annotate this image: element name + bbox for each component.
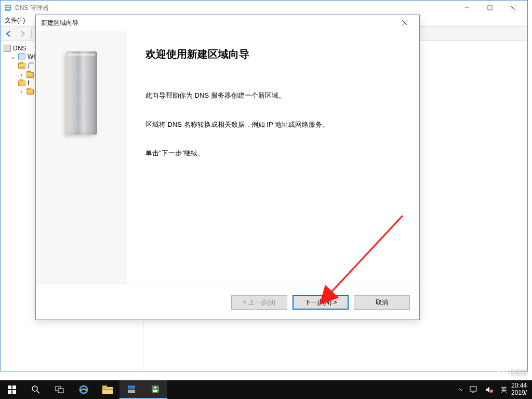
window-titlebar[interactable]: DNS 管理器 xyxy=(1,1,527,15)
explorer-icon[interactable] xyxy=(96,380,119,399)
svg-rect-28 xyxy=(153,390,157,392)
svg-rect-14 xyxy=(8,390,11,394)
window-title: DNS 管理器 xyxy=(15,4,49,12)
dialog-titlebar[interactable]: 新建区域向导 xyxy=(36,15,419,31)
svg-rect-15 xyxy=(12,390,16,394)
svg-point-16 xyxy=(32,386,37,391)
svg-rect-0 xyxy=(5,5,11,11)
ie-icon[interactable] xyxy=(72,380,96,399)
wizard-paragraph: 区域将 DNS 名称转换成相关数据，例如 IP 地址或网络服务。 xyxy=(145,119,401,130)
wizard-heading: 欢迎使用新建区域向导 xyxy=(145,47,401,61)
svg-rect-2 xyxy=(6,8,10,9)
menu-file[interactable]: 文件(F) xyxy=(5,16,25,25)
svg-rect-22 xyxy=(102,385,107,388)
task-view-button[interactable] xyxy=(48,380,72,399)
folder-icon xyxy=(18,81,25,86)
ime-indicator[interactable]: 英 xyxy=(501,385,507,394)
dns-icon xyxy=(4,45,11,52)
svg-rect-25 xyxy=(128,390,135,393)
svg-rect-19 xyxy=(58,389,63,393)
svg-line-17 xyxy=(37,391,39,393)
new-zone-wizard-dialog: 新建区域向导 欢迎使用新建区域向导 此向导帮助你为 DNS 服务器创建一个新区域… xyxy=(35,15,420,320)
watermark: 亿速云 xyxy=(496,368,528,377)
close-button[interactable] xyxy=(501,1,524,15)
expand-icon[interactable]: › xyxy=(18,88,24,95)
wizard-paragraph: 此向导帮助你为 DNS 服务器创建一个新区域。 xyxy=(145,90,401,101)
svg-rect-13 xyxy=(12,385,16,389)
nav-back-button[interactable] xyxy=(3,28,15,39)
network-icon[interactable] xyxy=(470,386,478,393)
server-icon xyxy=(18,53,25,60)
svg-rect-24 xyxy=(128,385,135,389)
maximize-button[interactable] xyxy=(478,1,501,15)
system-tray[interactable]: 英 xyxy=(457,385,511,394)
folder-icon xyxy=(18,63,25,69)
taskbar[interactable]: 英 20:44 2019/ xyxy=(0,380,532,399)
svg-rect-4 xyxy=(488,6,492,10)
dialog-title: 新建区域向导 xyxy=(41,19,78,28)
svg-rect-12 xyxy=(8,385,11,389)
dialog-close-button[interactable] xyxy=(395,15,414,31)
wizard-footer: < 上一步(B) 下一步(N) > 取消 xyxy=(36,284,419,321)
cancel-button[interactable]: 取消 xyxy=(354,295,410,310)
collapse-icon[interactable]: ⌄ xyxy=(10,53,16,60)
svg-rect-1 xyxy=(6,6,10,7)
clock[interactable]: 20:44 2019/ xyxy=(511,382,532,397)
next-button[interactable]: 下一步(N) > xyxy=(292,295,349,310)
tray-chevron-icon[interactable] xyxy=(457,387,462,392)
svg-point-27 xyxy=(154,387,156,389)
dns-manager-task-icon[interactable] xyxy=(143,380,167,399)
nav-forward-button[interactable] xyxy=(16,28,29,39)
folder-icon xyxy=(26,89,34,95)
svg-rect-29 xyxy=(470,387,476,391)
wizard-image-panel xyxy=(36,31,127,284)
wizard-text-panel: 欢迎使用新建区域向导 此向导帮助你为 DNS 服务器创建一个新区域。 区域将 D… xyxy=(127,31,419,284)
svg-rect-23 xyxy=(102,389,113,390)
server-illustration xyxy=(66,51,97,135)
back-button: < 上一步(B) xyxy=(231,295,287,310)
app-icon xyxy=(4,4,12,12)
volume-icon[interactable] xyxy=(485,386,494,393)
wizard-paragraph: 单击"下一步"继续。 xyxy=(145,148,401,158)
search-button[interactable] xyxy=(24,380,48,399)
minimize-button[interactable] xyxy=(456,1,478,15)
expand-icon[interactable]: › xyxy=(18,71,24,78)
start-button[interactable] xyxy=(0,380,24,399)
server-manager-icon[interactable] xyxy=(119,380,143,399)
folder-icon xyxy=(26,72,34,78)
